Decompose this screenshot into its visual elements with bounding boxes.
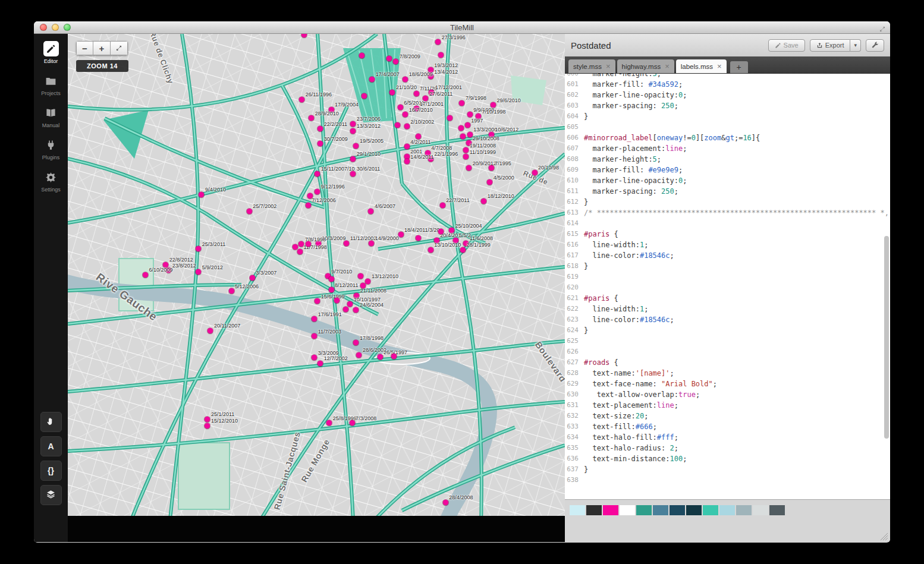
chevron-down-icon: ▾ — [854, 42, 857, 48]
line-number: 615 — [565, 229, 584, 240]
sidebar-item-editor[interactable]: Editor — [41, 41, 61, 64]
color-palette — [565, 499, 890, 542]
line-number: 638 — [565, 475, 584, 486]
tool-text-button[interactable]: A — [40, 436, 62, 456]
marker-dot-icon — [347, 301, 353, 307]
code-line: 624} — [565, 325, 883, 336]
palette-swatch[interactable] — [703, 505, 718, 515]
close-tab-icon[interactable]: × — [717, 64, 722, 70]
titlebar[interactable]: TileMill — [34, 21, 890, 34]
window-resize-grip[interactable] — [880, 533, 888, 541]
zoom-window-button[interactable] — [64, 24, 71, 31]
marker-date-label: 15/12/2010 — [211, 418, 238, 424]
palette-swatch[interactable] — [620, 505, 635, 515]
fullscreen-arrows-icon[interactable] — [879, 24, 886, 31]
palette-swatch[interactable] — [636, 505, 652, 515]
tool-pan-button[interactable] — [40, 412, 62, 432]
sidebar-item-label: Editor — [44, 58, 58, 64]
close-window-button[interactable] — [40, 24, 47, 31]
marker-dot-icon — [466, 165, 472, 171]
line-number: 601 — [565, 79, 584, 90]
marker-dot-icon — [353, 143, 359, 149]
marker-dot-icon — [297, 249, 303, 254]
palette-swatch[interactable] — [570, 505, 585, 515]
marker-date-label: 4/2/2011 — [410, 139, 430, 145]
tab-labels.mss[interactable]: labels.mss× — [676, 59, 727, 73]
settings-icon — [43, 169, 59, 185]
marker-dot-icon — [143, 272, 148, 278]
export-button[interactable]: Export — [810, 39, 851, 52]
marker-date-label: 11/7/2003 — [318, 329, 341, 335]
line-number: 604 — [565, 111, 584, 122]
tab-style.mss[interactable]: style.mss× — [568, 59, 615, 73]
tab-highway.mss[interactable]: highway.mss× — [617, 59, 674, 73]
marker-date-label: 12/7/2002 — [324, 355, 348, 361]
sidebar-item-manual[interactable]: Manual — [41, 105, 61, 128]
marker-date-label: 14/9/2000 — [375, 235, 399, 241]
marker-dot-icon — [487, 179, 492, 185]
palette-swatch[interactable] — [736, 505, 752, 515]
marker-dot-icon — [329, 287, 334, 292]
marker-date-label: 22/2/2011 — [324, 121, 347, 127]
code-line: 615#paris { — [565, 229, 883, 240]
palette-swatch[interactable] — [686, 505, 702, 515]
sidebar-item-label: Manual — [42, 122, 60, 128]
minimize-window-button[interactable] — [52, 24, 59, 31]
marker-date-label: 10/6/2012 — [495, 127, 518, 133]
new-tab-button[interactable]: + — [730, 61, 748, 73]
line-number: 608 — [565, 154, 584, 165]
marker-dot-icon — [301, 34, 307, 37]
palette-swatch[interactable] — [670, 505, 685, 515]
projects-icon — [43, 73, 59, 89]
sidebar-item-settings[interactable]: Settings — [41, 169, 61, 193]
line-number: 622 — [565, 304, 584, 314]
zoom-out-button[interactable]: − — [76, 41, 93, 55]
code-line: 618} — [565, 261, 883, 272]
palette-swatch[interactable] — [586, 505, 602, 515]
plugins-icon — [43, 137, 59, 153]
code-line: 630 text-allow-overlap:true; — [565, 389, 883, 400]
window-title: TileMill — [34, 23, 890, 32]
marker-dot-icon — [403, 112, 408, 117]
code-editor[interactable]: 600 marker-height:5;601 marker-fill: #34… — [565, 74, 890, 499]
code-scrollbar-thumb[interactable] — [884, 236, 889, 439]
code-line: 623 line-color:#18546c; — [565, 314, 883, 325]
map-fullscreen-button[interactable] — [111, 41, 128, 55]
marker-dot-icon — [459, 100, 464, 106]
code-line: 626 — [565, 346, 883, 357]
marker-date-label: 11/10/1999 — [470, 149, 496, 155]
palette-swatch[interactable] — [603, 505, 618, 515]
marker-dot-icon — [350, 128, 356, 134]
zoom-level-badge: ZOOM 14 — [76, 60, 128, 72]
tool-code-button[interactable]: {} — [40, 461, 62, 481]
code-line: 628 text-name:'[name]'; — [565, 368, 883, 379]
palette-swatch[interactable] — [719, 505, 735, 515]
marker-date-label: 20/11/2007 — [214, 323, 240, 329]
close-tab-icon[interactable]: × — [606, 64, 611, 70]
export-dropdown-button[interactable]: ▾ — [850, 39, 861, 52]
code-line: 627#roads { — [565, 357, 883, 368]
marker-date-label: 5/9/2012 — [202, 264, 223, 270]
code-line: 616 line-width:1; — [565, 240, 883, 250]
code-scrollbar[interactable] — [884, 75, 889, 498]
marker-dot-icon — [489, 165, 494, 171]
palette-swatch[interactable] — [653, 505, 668, 515]
marker-dot-icon — [395, 122, 400, 128]
marker-date-label: 29/1/2010 — [357, 151, 381, 157]
palette-swatch[interactable] — [769, 505, 785, 515]
tool-layers-button[interactable] — [40, 485, 62, 505]
marker-date-label: 9/12/1996 — [321, 184, 345, 190]
map-pane[interactable]: Rue de ClichyRive GaucheRue Saint-Jacque… — [68, 34, 565, 542]
code-line: 607 marker-placement:line; — [565, 143, 883, 154]
sidebar-item-plugins[interactable]: Plugins — [41, 137, 61, 160]
marker-dot-icon — [350, 121, 356, 127]
marker-dot-icon — [428, 247, 433, 253]
close-tab-icon[interactable]: × — [665, 64, 670, 70]
sidebar-item-projects[interactable]: Projects — [41, 73, 61, 96]
marker-date-label: 19/11/2008 — [470, 143, 496, 149]
code-line: 619 — [565, 272, 883, 282]
zoom-in-button[interactable]: + — [93, 41, 111, 55]
save-button[interactable]: Save — [768, 39, 805, 52]
project-settings-button[interactable] — [866, 39, 884, 52]
palette-swatch[interactable] — [753, 505, 768, 515]
